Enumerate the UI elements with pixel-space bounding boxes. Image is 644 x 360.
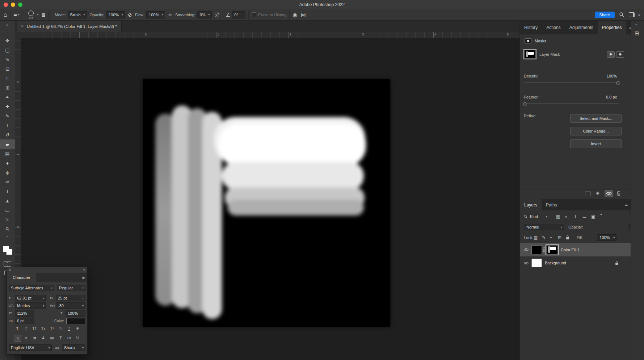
- mode-dropdown[interactable]: Brush ▾: [68, 11, 87, 18]
- move-tool[interactable]: ✥: [0, 36, 15, 45]
- smoothing-dropdown[interactable]: 0% ▾: [197, 11, 212, 18]
- document-canvas[interactable]: [143, 79, 390, 327]
- lasso-tool[interactable]: ∿: [0, 55, 15, 64]
- invert-button[interactable]: Invert: [570, 139, 622, 148]
- toolbar-collapse-icon[interactable]: »: [0, 21, 15, 28]
- strikethrough-button[interactable]: T: [74, 325, 81, 332]
- color-range-button[interactable]: Color Range...: [570, 127, 622, 135]
- filter-toggle-icon[interactable]: ●: [600, 213, 602, 216]
- blur-tool[interactable]: ♦: [0, 158, 15, 168]
- filter-pixel-layers-icon[interactable]: ▦: [556, 214, 560, 219]
- lock-position-icon[interactable]: ⌖: [550, 235, 552, 240]
- underline-button[interactable]: T: [66, 325, 72, 332]
- frame-tool[interactable]: ⊞: [0, 83, 15, 92]
- background-layer-thumbnail[interactable]: [531, 259, 542, 267]
- quick-mask-mode-icon[interactable]: [0, 260, 15, 267]
- horizontal-scale-field[interactable]: 100%: [66, 310, 85, 317]
- layer-mask-thumbnail[interactable]: [546, 245, 558, 255]
- superscript-button[interactable]: T¹: [49, 325, 55, 332]
- close-panel-icon[interactable]: ×: [9, 268, 11, 272]
- tab-paths[interactable]: Paths: [542, 199, 561, 210]
- document-tab[interactable]: × Untitled-1 @ 66.7% (Color Fill 1, Laye…: [17, 21, 122, 32]
- apply-mask-icon[interactable]: ◈: [596, 190, 599, 196]
- faux-italic-button[interactable]: T: [22, 325, 29, 332]
- vertical-scale-field[interactable]: 112%: [15, 310, 34, 317]
- small-caps-button[interactable]: Tт: [40, 325, 47, 332]
- layer-name[interactable]: Background: [545, 261, 566, 265]
- chevron-down-icon[interactable]: ▾: [37, 13, 38, 16]
- lock-artboard-icon[interactable]: ⊞: [558, 235, 561, 240]
- edit-toolbar-icon[interactable]: ⋯: [0, 234, 15, 239]
- eraser-tool[interactable]: ▰: [0, 139, 15, 149]
- brush-tool[interactable]: ✎: [0, 111, 15, 121]
- spot-healing-brush-tool[interactable]: ✚: [0, 102, 15, 111]
- ordinals-button[interactable]: 1st: [66, 335, 72, 341]
- horizontal-ruler[interactable]: 0 1 2 3 4 5: [21, 32, 519, 38]
- foreground-color-swatch[interactable]: [3, 246, 9, 252]
- layer-row-color-fill-1[interactable]: Color Fill 1: [520, 243, 634, 256]
- layer-visibility-eye-icon[interactable]: [523, 261, 529, 265]
- kerning-field[interactable]: Metrics ▾: [15, 302, 46, 309]
- eyedropper-tool[interactable]: ✒: [0, 92, 15, 102]
- background-lock-icon[interactable]: [615, 261, 618, 265]
- select-and-mask-button[interactable]: Select and Mask...: [570, 114, 622, 123]
- subscript-button[interactable]: T₁: [57, 325, 64, 332]
- close-document-icon[interactable]: ×: [21, 24, 24, 29]
- density-slider[interactable]: [524, 83, 619, 83]
- filter-type-layers-icon[interactable]: T: [574, 214, 577, 219]
- tab-character[interactable]: Character: [7, 273, 36, 282]
- kind-filter-dropdown[interactable]: Kind: [530, 214, 538, 219]
- ligatures-button[interactable]: fi: [14, 335, 21, 342]
- filter-shape-layers-icon[interactable]: ▭: [582, 214, 586, 219]
- rectangular-marquee-tool[interactable]: ▢: [0, 45, 15, 55]
- dodge-tool[interactable]: ϕ: [0, 168, 15, 177]
- share-button[interactable]: Share: [595, 12, 615, 18]
- object-selection-tool[interactable]: ⊡: [0, 64, 15, 74]
- expand-panels-icon[interactable]: «: [635, 22, 637, 26]
- layer-name[interactable]: Color Fill 1: [561, 248, 580, 252]
- filter-search-icon[interactable]: [523, 214, 528, 219]
- anti-alias-dropdown[interactable]: Sharp ▾: [62, 344, 85, 351]
- brush-preset-picker[interactable]: 123: [25, 11, 36, 19]
- feather-slider-knob[interactable]: [523, 102, 527, 106]
- symmetry-icon[interactable]: ⋈: [301, 12, 306, 17]
- pressure-opacity-icon[interactable]: ⊘: [128, 12, 132, 17]
- faux-bold-button[interactable]: T: [14, 325, 21, 332]
- chevron-down-icon[interactable]: ▾: [546, 215, 547, 218]
- font-family-dropdown[interactable]: Suthejo Alternates ▾: [9, 285, 54, 291]
- rectangle-tool[interactable]: ▭: [0, 205, 15, 215]
- all-caps-button[interactable]: TT: [31, 325, 38, 332]
- tab-layers[interactable]: Layers: [520, 199, 542, 210]
- airbrush-icon[interactable]: ≋: [168, 12, 172, 17]
- path-selection-tool[interactable]: ▲: [0, 196, 15, 205]
- language-dropdown[interactable]: English: USA ▾: [9, 344, 52, 351]
- font-size-field[interactable]: 62.81 pt ▾: [15, 295, 46, 301]
- home-icon[interactable]: ⌂: [4, 12, 7, 18]
- fractions-button[interactable]: ½: [74, 335, 81, 341]
- collapse-panel-icon[interactable]: «: [83, 268, 85, 272]
- filter-adjustment-layers-icon[interactable]: ◐: [565, 214, 568, 219]
- workspace-switcher-icon[interactable]: [629, 12, 635, 17]
- lock-all-icon[interactable]: [566, 235, 569, 240]
- stylistic-alternates-button[interactable]: aa: [49, 335, 55, 341]
- tracking-field[interactable]: -30 ▾: [56, 302, 85, 309]
- pixel-mask-icon[interactable]: [607, 51, 615, 58]
- smoothing-options-gear-icon[interactable]: [215, 12, 220, 17]
- crop-tool[interactable]: ⌗: [0, 74, 15, 83]
- layer-row-background[interactable]: Background: [520, 256, 634, 269]
- opacity-dropdown[interactable]: 100% ▾: [106, 11, 125, 18]
- titling-alternates-button[interactable]: T: [57, 335, 64, 341]
- options-overflow-chevron-icon[interactable]: »: [638, 13, 640, 17]
- layer-mask-thumbnail[interactable]: [524, 50, 536, 59]
- lock-image-icon[interactable]: ✎: [542, 235, 546, 240]
- flow-dropdown[interactable]: 100% ▾: [146, 11, 165, 18]
- search-icon[interactable]: [619, 12, 624, 17]
- type-tool[interactable]: T: [0, 187, 15, 196]
- brush-settings-panel-toggle-icon[interactable]: ≣: [41, 12, 46, 17]
- lock-transparency-icon[interactable]: ▨: [534, 235, 538, 240]
- blend-mode-dropdown[interactable]: Normal ▾: [524, 224, 564, 230]
- feather-value[interactable]: 0.0 px: [606, 95, 617, 99]
- density-slider-knob[interactable]: [616, 81, 620, 85]
- mask-link-icon[interactable]: [543, 247, 546, 252]
- panel-menu-icon[interactable]: ≡: [82, 275, 85, 280]
